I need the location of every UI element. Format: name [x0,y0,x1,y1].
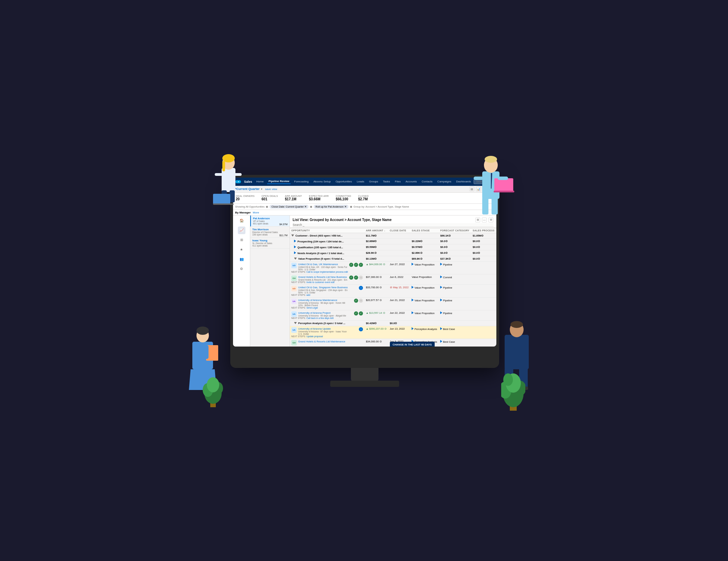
arr-amount-value: $17.1M [285,197,302,201]
subgroup-needs-analysis-label[interactable]: Needs Analysis (0 open / 1 total deal... [290,250,364,256]
nav-pipeline-review[interactable]: Pipeline Review [267,179,291,184]
salesforce-app: ☁ Sales Home Pipeline Review Forecasting… [233,178,496,347]
deal-6-circle[interactable]: ○ [359,327,363,331]
expected-arr-value: $3.66M [309,197,329,201]
col-opportunity: Opportunity [290,228,364,233]
nav-akoonu-setup[interactable]: Akoonu Setup [312,179,332,184]
deal-1-check3[interactable]: ✓ [359,263,363,267]
rollup-chip[interactable]: Roll up for Pat Anderson ✕ [314,205,348,209]
opportunities-table-wrapper[interactable]: Opportunity ARR Amount ↓ Close Date Sale… [290,228,496,347]
sidebar-people-icon[interactable]: 👥 [238,256,245,263]
deal-4-check[interactable]: ✓ [354,299,358,303]
svg-rect-11 [233,173,242,176]
deal-2-check2[interactable]: ✓ [354,276,358,280]
deal-2-circle[interactable]: ○ [359,276,363,280]
close-date-label: Close Date: Current Quarter [271,205,304,208]
deal-4-sub2: 10% · British Pound [298,304,353,307]
deal-3-add-link[interactable]: add [306,294,310,296]
manager-name-2: Isaac Young [252,239,287,242]
deal-1-edit-link[interactable]: edit [344,271,348,273]
subgroup-perception: Perception Analysis (3 open / 3 total ..… [290,320,496,326]
scene: ☁ Sales Home Pipeline Review Forecasting… [182,140,546,421]
sidebar-icons: 🏠 📈 ⊞ ★ 👥 ⚙ [233,216,250,347]
rollup-remove-icon[interactable]: ✕ [344,205,347,208]
sidebar-chart-icon[interactable]: 📈 [238,227,245,234]
group-customer-direct-arr: $11.7M⊙ [364,233,388,238]
nav-campaigns[interactable]: Campaigns [436,179,453,184]
subgroup-qualification-td5: $0.0⊙ [439,244,471,250]
deal-2-name[interactable]: Grand Hotels & Resorts Ltd New Business [298,276,348,279]
stat-committed: COMMITTED $66,100 [336,195,351,201]
deal-1-name[interactable]: United Oil & Gas, UK Maintenance [298,263,348,266]
subgroup-value-prop-label[interactable]: Value Proposition (5 open / 5 total d... [290,256,364,261]
nav-groups[interactable]: Groups [368,179,380,184]
deal-3-name[interactable]: United Oil & Gas, Singapore New Business [298,286,358,289]
deal-3-sub2: 50% · U.S. Dollar [298,291,358,294]
nav-leads[interactable]: Leads [355,179,366,184]
nav-opportunities[interactable]: Opportunities [334,179,353,184]
deal-1-check1[interactable]: ✓ [349,263,353,267]
close-date-remove-icon[interactable]: ✕ [304,205,307,208]
deal-1-check2[interactable]: ✓ [354,263,358,267]
nav-contacts[interactable]: Contacts [420,179,434,184]
nav-files[interactable]: Files [393,179,402,184]
nav-forecasting[interactable]: Forecasting [293,179,310,184]
deal-1-next-steps-link[interactable]: Call to scope implementation process [306,271,344,273]
deal-4-stage: Value Proposition [410,297,439,310]
monitor-base [330,381,399,387]
manager-amount-2: $11.7M [280,234,287,237]
subgroup-qualification-label[interactable]: Qualification (195 open / 195 total d... [290,244,364,250]
deal-1-arr: ▲ $44,000.00 ⊙ [364,261,388,274]
deal-6-sub: University of Arizona · 87 days open · I… [298,330,358,333]
subgroup-value-prop-td4: $69.8K⊙ [410,256,439,261]
deal-row-6: UA University of Arizona Update Universi… [290,326,496,339]
group-expand-icon [291,234,294,237]
deal-4-name[interactable]: University of Arizona Maintenance [298,299,353,302]
sidebar-grid-icon[interactable]: ⊞ [238,236,245,244]
deal-3-circle[interactable]: ○ [359,286,363,290]
deal-6-name[interactable]: University of Arizona Update [298,327,358,330]
col-sales-stage: Sales Stage [410,228,439,233]
deal-1-stage-icon [412,263,414,266]
subgroup-needs-analysis-td5: $0.0⊙ [439,250,471,256]
subgroup-prospecting-label[interactable]: Prospecting (104 open / 104 total de... [290,238,364,244]
deal-6-stage-icon [412,327,414,330]
nav-accounts[interactable]: Accounts [404,179,418,184]
col-close-date: Close Date [388,228,411,233]
subgroup-perception-label[interactable]: Perception Analysis (3 open / 3 total ..… [290,320,364,326]
deal-2-arr: $37,300.00 ⊙ [364,274,388,284]
deal-6-next-steps-link[interactable]: Update proposal [306,335,323,338]
svg-point-45 [503,373,513,386]
group-customer-direct-committed: $66.1K⊙ [439,233,471,238]
save-view-link[interactable]: save view [265,188,277,191]
deal-4-close-date: Jun 21, 2022 [388,297,411,310]
manager-item-2[interactable]: $11.7M Isaac Young Sr. Director of Sales… [250,238,290,249]
deal-4-gray[interactable]: ○ [359,299,363,303]
deal-5-check1[interactable]: ✓ [354,311,358,315]
deal-7-name[interactable]: Grand Hotels & Resorts Ltd Maintenance [298,340,363,343]
sidebar-settings-icon[interactable]: ⚙ [238,265,245,273]
rollup-label: Roll up for Pat Anderson [315,205,343,208]
close-date-chip[interactable]: Close Date: Current Quarter ✕ [270,205,309,209]
sidebar-star-icon[interactable]: ★ [238,246,245,253]
deal-3-stage-icon [412,286,414,289]
group-customer-direct-label[interactable]: Customer - Direct (403 open / 450 tot... [290,233,364,238]
deal-2-check1[interactable]: ✓ [349,276,353,280]
deal-4-next-steps-link[interactable]: Send Legal [306,307,318,309]
manager-title-1: Director of Channel Sales [252,231,287,233]
subgroup-needs-analysis-td3 [388,250,411,256]
deal-5-edit-link[interactable]: edit [330,317,333,319]
deal-6-next-steps: NEXT STEPS: Update proposal [291,335,363,338]
deal-5-name[interactable]: University of Arizona Project [298,311,353,314]
deal-2-edit-link[interactable]: edit [331,281,334,283]
nav-home[interactable]: Home [255,179,265,184]
nav-tasks[interactable]: Tasks [382,179,391,184]
deal-5-next-steps-link[interactable]: Call back in a few days [306,317,329,319]
deal-2-next-steps-link[interactable]: Invite to customer event [306,281,330,283]
deal-6-stage: Perception Analysis [410,326,439,339]
svg-rect-9 [213,203,234,205]
deal-5-check2[interactable]: ✓ [359,311,363,315]
deal-4-arr: $20,977.57 ⊙ [364,297,388,310]
deal-5-arr: ▲ $13,557.14 ⊙ [364,310,388,320]
tooltip-value: $28,739.31 to $390,237.03 [393,346,432,347]
